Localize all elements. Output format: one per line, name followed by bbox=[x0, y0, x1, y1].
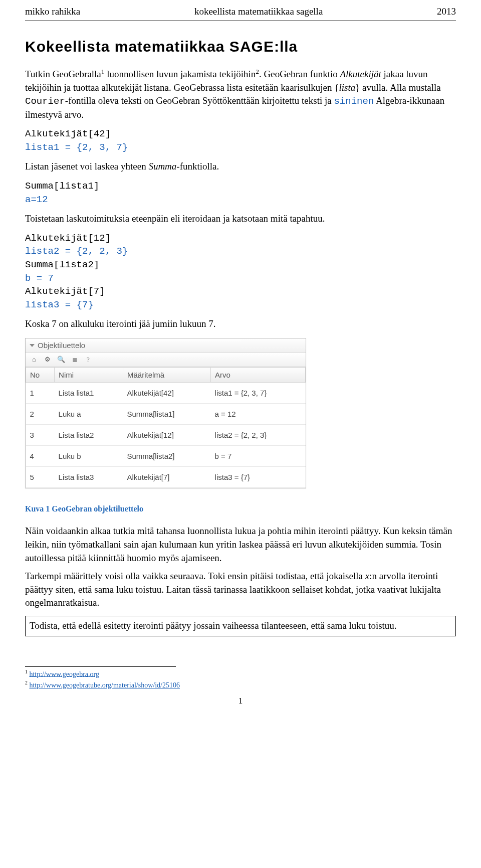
page-title: Kokeellista matematiikkaa SAGE:lla bbox=[25, 36, 456, 57]
table-row[interactable]: 4 Luku b Summa[lista2] b = 7 bbox=[26, 446, 306, 467]
search-icon[interactable]: 🔍 bbox=[55, 354, 68, 366]
col-nimi[interactable]: Nimi bbox=[55, 368, 123, 383]
col-no[interactable]: No bbox=[26, 368, 55, 383]
collapse-icon[interactable] bbox=[30, 344, 35, 347]
panel-title: Objektiluettelo bbox=[38, 340, 85, 351]
object-table: No Nimi Määritelmä Arvo 1 Lista lista1 A… bbox=[26, 367, 306, 488]
header-left: mikko rahikka bbox=[25, 5, 80, 19]
table-row[interactable]: 3 Lista lista2 Alkutekijät[12] lista2 = … bbox=[26, 425, 306, 446]
col-arvo[interactable]: Arvo bbox=[211, 368, 306, 383]
table-row[interactable]: 2 Luku a Summa[lista1] a = 12 bbox=[26, 404, 306, 425]
footnote-1: 1 http://www.geogebra.org bbox=[25, 669, 456, 679]
page-number: 1 bbox=[25, 695, 456, 707]
footnote-link-1[interactable]: http://www.geogebra.org bbox=[29, 670, 99, 677]
home-icon[interactable]: ⌂ bbox=[28, 354, 41, 366]
footnote-separator bbox=[25, 666, 176, 667]
paragraph-5: Näin voidaankin alkaa tutkia mitä tahans… bbox=[25, 525, 456, 565]
paragraph-4: Koska 7 on alkuluku iterointi jää jumiin… bbox=[25, 317, 456, 331]
header-center: kokeellista matematiikkaa sagella bbox=[80, 5, 437, 19]
table-row[interactable]: 1 Lista lista1 Alkutekijät[42] lista1 = … bbox=[26, 383, 306, 404]
panel-titlebar[interactable]: Objektiluettelo bbox=[26, 338, 306, 353]
panel-toolbar: ⌂ ⚙ 🔍 ≣ ? bbox=[26, 353, 306, 367]
header-rule bbox=[25, 21, 456, 21]
problem-box: Todista, että edellä esitetty iterointi … bbox=[25, 616, 456, 636]
footnote-2: 2 http://www.geogebratube.org/material/s… bbox=[25, 680, 456, 690]
code-block-3: Alkutekijät[12] lista2 = {2, 2, 3} Summa… bbox=[25, 232, 456, 312]
col-def[interactable]: Määritelmä bbox=[123, 368, 211, 383]
header-right: 2013 bbox=[437, 5, 456, 19]
footnote-link-2[interactable]: http://www.geogebratube.org/material/sho… bbox=[29, 681, 180, 689]
code-block-2: Summa[lista1] a=12 bbox=[25, 180, 456, 206]
list-icon[interactable]: ≣ bbox=[68, 354, 81, 366]
paragraph-2: Listan jäsenet voi laskea yhteen Summa-f… bbox=[25, 160, 456, 173]
table-row[interactable]: 5 Lista lista3 Alkutekijät[7] lista3 = {… bbox=[26, 467, 306, 488]
gear-icon[interactable]: ⚙ bbox=[41, 354, 54, 366]
code-block-1: Alkutekijät[42] lista1 = {2, 3, 7} bbox=[25, 127, 456, 154]
geogebra-object-panel: Objektiluettelo ⌂ ⚙ 🔍 ≣ ? No Nimi Määrit… bbox=[25, 338, 306, 488]
page-header: mikko rahikka kokeellista matematiikkaa … bbox=[25, 5, 456, 19]
paragraph-6: Tarkempi määrittely voisi olla vaikka se… bbox=[25, 570, 456, 610]
help-icon[interactable]: ? bbox=[82, 354, 95, 366]
paragraph-1: Tutkin GeoGebralla1 luonnollisen luvun j… bbox=[25, 67, 456, 122]
paragraph-3: Toistetaan laskutoimituksia eteenpäin el… bbox=[25, 212, 456, 226]
figure-caption: Kuva 1 GeoGebran objektiluettelo bbox=[25, 503, 456, 514]
